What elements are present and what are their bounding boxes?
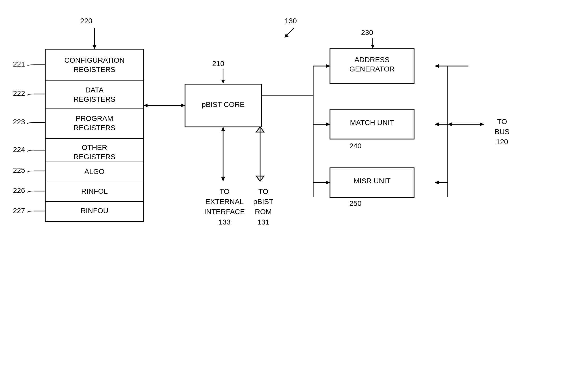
svg-marker-13	[181, 104, 185, 107]
ref-210: 210	[212, 60, 224, 68]
svg-marker-44	[221, 80, 225, 84]
ref-240-label: 240	[349, 142, 362, 150]
svg-marker-12	[144, 104, 148, 107]
ref-222: 222	[13, 89, 25, 98]
match-unit-label: MATCH UNIT	[330, 119, 414, 127]
svg-marker-21	[326, 181, 330, 184]
svg-marker-17	[326, 64, 330, 68]
diagram-container: 130 220 210 230 240 250 221 222 223 224 …	[0, 0, 588, 391]
svg-marker-23	[221, 127, 225, 131]
ref-220: 220	[80, 17, 92, 25]
program-registers-label: PROGRAMREGISTERS	[45, 114, 144, 133]
svg-marker-42	[93, 45, 96, 49]
ref-221: 221	[13, 60, 25, 68]
pbist-core-label: pBIST CORE	[185, 100, 261, 109]
ref-230-label: 230	[361, 28, 373, 37]
ref-250-label: 250	[349, 199, 362, 208]
data-registers-label: DATAREGISTERS	[45, 85, 144, 104]
svg-rect-0	[45, 49, 144, 221]
svg-marker-24	[221, 177, 225, 181]
ref-223: 223	[13, 118, 25, 126]
svg-marker-46	[371, 45, 374, 49]
ref-130: 130	[285, 17, 297, 25]
rinfou-label: RINFOU	[45, 207, 144, 215]
config-registers-label: CONFIGURATIONREGISTERS	[45, 56, 144, 75]
ref-226: 226	[13, 186, 25, 195]
svg-marker-34	[435, 122, 439, 126]
svg-marker-37	[448, 122, 452, 126]
svg-marker-35	[435, 181, 439, 184]
to-pbist-rom-label: TOpBISTROM131	[242, 186, 285, 227]
svg-marker-38	[480, 122, 484, 126]
to-external-interface-label: TOEXTERNALINTERFACE133	[202, 186, 247, 227]
to-bus-label: TOBUS120	[485, 117, 519, 147]
algo-label: ALGO	[45, 168, 144, 176]
ref-227: 227	[13, 207, 25, 215]
svg-marker-33	[435, 64, 439, 68]
misr-unit-label: MISR UNIT	[330, 177, 414, 185]
svg-marker-19	[326, 122, 330, 126]
address-generator-label: ADDRESSGENERATOR	[330, 55, 414, 74]
ref-225: 225	[13, 166, 25, 175]
other-registers-label: OTHERREGISTERS	[45, 143, 144, 162]
rinfol-label: RINFOL	[45, 187, 144, 196]
ref-224: 224	[13, 146, 25, 154]
